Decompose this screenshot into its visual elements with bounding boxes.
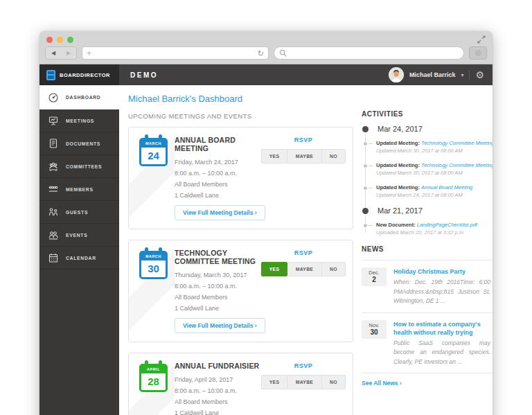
zoom-window-button[interactable] <box>67 37 73 43</box>
meeting-location: 1 Caldwell Lane <box>175 190 346 201</box>
main-content: Michael Barrick's Dashboard UPCOMING MEE… <box>119 85 359 415</box>
meeting-time: 8:00 a.m. – 10:00 a.m. <box>175 281 346 292</box>
minimize-window-button[interactable] <box>57 37 63 43</box>
rsvp-no-button[interactable]: NO <box>322 262 346 276</box>
rsvp-no-button[interactable]: NO <box>322 375 346 389</box>
gear-icon[interactable]: ⚙ <box>475 70 484 80</box>
guests-icon <box>48 206 59 218</box>
timeline-activity-bullet-icon <box>364 224 367 227</box>
see-all-news-link[interactable]: See All News › <box>362 373 493 387</box>
sidebar-item-guests[interactable]: GUESTS <box>39 201 119 224</box>
rsvp-no-button[interactable]: NO <box>322 149 346 164</box>
rsvp-maybe-button[interactable]: MAYBE <box>287 262 322 276</box>
url-input[interactable]: + ↻ <box>82 46 269 60</box>
activity-meta: Uploaded March 20, 2017 at 3:32 p.m. <box>376 229 477 236</box>
sidebar-item-members[interactable]: MEMBERS <box>39 178 119 201</box>
timeline-date-text: Mar 24, 2017 <box>378 125 423 133</box>
right-panel: ACTIVITIES Mar 24, 2017 Updated Meeting:… <box>359 85 493 415</box>
rsvp-maybe-button[interactable]: MAYBE <box>287 149 322 164</box>
meeting-attendees: All Board Members <box>175 179 346 190</box>
timeline-date-bullet-icon <box>362 208 369 214</box>
timeline-activity-bullet-icon <box>364 164 367 168</box>
activity-link[interactable]: LandingPageChecklist.pdf <box>417 222 477 228</box>
browser-profile-button[interactable] <box>469 46 487 60</box>
user-menu: Michael Barrick ▾ ⚙ <box>389 67 493 82</box>
sidebar-item-label: DOCUMENTS <box>66 141 100 146</box>
app-topbar: BOARDDIRECTOR DEMO Michael Barrick ▾ ⚙ <box>39 64 493 85</box>
rsvp-label[interactable]: RSVP <box>261 249 346 256</box>
user-name[interactable]: Michael Barrick <box>409 71 456 78</box>
sidebar-item-label: EVENTS <box>66 233 87 238</box>
sidebar-item-events[interactable]: EVENTS <box>39 224 119 247</box>
rsvp-yes-button[interactable]: YES <box>261 375 287 389</box>
activity-link[interactable]: Annual Board Meeting <box>421 184 472 191</box>
new-tab-icon[interactable]: + <box>87 50 91 57</box>
news-headline-link[interactable]: Holiday Christmas Party <box>393 267 490 276</box>
activity-label: Updated Meeting: <box>376 184 420 191</box>
meeting-time: 8:00 a.m. – 10:00 a.m. <box>175 168 346 179</box>
meeting-card: MARCH 30 TECHNOLOGY COMMITTEE MEETING Th… <box>128 240 353 342</box>
calendar-day: 28 <box>141 373 166 390</box>
rsvp-yes-button[interactable]: YES <box>261 149 287 164</box>
timeline-date: Mar 21, 2017 <box>362 206 493 215</box>
close-window-button[interactable] <box>46 37 53 43</box>
activity-link[interactable]: Technology Committee Meeting <box>421 162 493 168</box>
activity-link[interactable]: Technology Committee Meeting <box>421 140 493 146</box>
environment-label: DEMO <box>130 71 158 79</box>
activities-title: ACTIVITIES <box>362 110 493 118</box>
news-item: Nov. 30 How to estimate a company's heal… <box>362 312 493 373</box>
news-date-badge: Dec. 2 <box>362 267 387 286</box>
browser-window: ◀ ▶ + ↻ BOARDDIRECTOR DEMO <box>39 31 493 415</box>
view-details-button[interactable]: View Full Meeting Details › <box>175 205 265 220</box>
events-icon <box>48 229 59 240</box>
fullscreen-icon[interactable] <box>477 35 486 44</box>
event-location: 1 Caldwell Lane <box>175 407 346 415</box>
rsvp-block: RSVP YES MAYBE NO <box>261 362 346 389</box>
news-badge-month: Dec. <box>362 270 387 276</box>
rsvp-yes-button[interactable]: YES <box>261 262 287 276</box>
calendar-ring <box>159 247 162 254</box>
rsvp-maybe-button[interactable]: MAYBE <box>287 375 322 389</box>
meeting-card: MARCH 24 ANNUAL BOARD MEETING Friday, Ma… <box>128 127 353 229</box>
meeting-title: TECHNOLOGY COMMITTEE MEETING <box>175 249 270 265</box>
sidebar-item-committees[interactable]: COMMITTEES <box>39 155 119 178</box>
event-card: APRIL 28 ANNUAL FUNDRAISIER Friday, Apri… <box>128 353 353 415</box>
activity-meta: Updated March 30, 2017 at 08:00 AM <box>376 148 493 154</box>
chevron-down-icon[interactable]: ▾ <box>461 72 463 78</box>
back-button[interactable]: ◀ <box>51 50 55 56</box>
rsvp-button-group: YES MAYBE NO <box>261 149 346 164</box>
nav-button-group: ◀ ▶ <box>45 46 77 60</box>
news-date-badge: Nov. 30 <box>362 320 387 339</box>
rsvp-button-group: YES MAYBE NO <box>261 262 346 276</box>
news-headline-link[interactable]: How to estimate a company's health witho… <box>393 320 490 337</box>
brand-name: BOARDDIRECTOR <box>60 72 110 78</box>
window-controls <box>46 37 73 43</box>
sidebar-item-dashboard[interactable]: DASHBOARD <box>39 85 119 109</box>
view-details-button[interactable]: View Full Meeting Details › <box>175 318 265 333</box>
sidebar-item-meetings[interactable]: MEETINGS <box>39 109 119 132</box>
news-badge-day: 30 <box>362 328 387 336</box>
committee-icon <box>48 161 59 172</box>
sidebar-item-label: DASHBOARD <box>66 95 100 100</box>
brand-logo[interactable]: BOARDDIRECTOR <box>39 64 119 85</box>
presentation-icon <box>48 115 59 126</box>
calendar-date-icon: MARCH 24 <box>139 138 168 166</box>
rsvp-label[interactable]: RSVP <box>261 136 346 143</box>
forward-button[interactable]: ▶ <box>66 50 71 56</box>
reload-icon[interactable]: ↻ <box>258 50 264 57</box>
news-badge-day: 2 <box>362 276 387 283</box>
avatar[interactable] <box>389 67 404 82</box>
timeline-dash <box>369 188 373 188</box>
news-badge-month: Nov. <box>362 322 387 328</box>
calendar-ring <box>145 247 148 254</box>
sidebar-item-documents[interactable]: DOCUMENTS <box>39 132 119 155</box>
section-title: UPCOMING MEETINGS AND EVENTS <box>128 112 359 120</box>
calendar-day: 30 <box>141 261 166 277</box>
rsvp-block: RSVP YES MAYBE NO <box>261 249 346 276</box>
sidebar-item-calendar[interactable]: CALENDAR <box>39 247 119 270</box>
timeline-activity: Updated Meeting: Annual Board Meeting Up… <box>362 184 493 198</box>
search-input[interactable] <box>274 46 464 60</box>
rsvp-label[interactable]: RSVP <box>261 362 346 369</box>
browser-toolbar: ◀ ▶ + ↻ <box>45 46 487 60</box>
news-excerpt: When: Dec. 19th 2016Time: 6:00 PMAddress… <box>393 278 490 306</box>
